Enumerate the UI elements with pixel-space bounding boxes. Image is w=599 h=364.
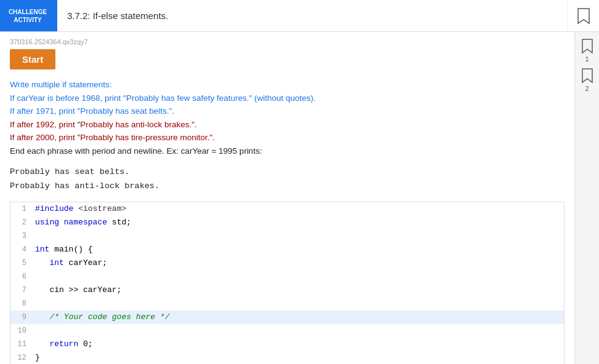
line-num-4: 4 (10, 243, 33, 256)
instruction-line-2: If carYear is before 1968, print "Probab… (10, 92, 565, 105)
challenge-badge: CHALLENGEACTIVITY (0, 0, 55, 31)
line-content-5: int carYear; (33, 256, 110, 270)
line-content-7: cin >> carYear; (33, 283, 124, 297)
badge-text: CHALLENGEACTIVITY (9, 8, 47, 24)
sidebar-bookmark-icon-2 (581, 68, 593, 84)
sidebar-item-2[interactable]: 2 (581, 68, 593, 92)
line-num-10: 10 (10, 324, 33, 338)
line-content-9: /* Your code goes here */ (33, 311, 172, 324)
line-content-11: return 0; (33, 338, 95, 351)
bookmark-icon (577, 7, 590, 25)
line-num-6: 6 (10, 270, 33, 283)
line-num-1: 1 (10, 202, 33, 216)
line-num-11: 11 (10, 338, 33, 351)
instructions: Write multiple if statements: If carYear… (10, 78, 565, 158)
instruction-line-1: Write multiple if statements: (10, 78, 565, 92)
code-line-6: 6 (10, 270, 564, 283)
code-line-7: 7 cin >> carYear; (10, 283, 564, 297)
header: CHALLENGEACTIVITY 3.7.2: If-else stateme… (0, 0, 599, 32)
instruction-line-4: If after 1992, print "Probably has anti-… (10, 118, 565, 132)
activity-title: 3.7.2: If-else statements. (67, 10, 168, 21)
content-area: 370316.2524364.qx3zqy7 Start Write multi… (0, 32, 574, 364)
line-content-1: #include <iostream> (33, 202, 129, 216)
code-line-5: 5 int carYear; (10, 256, 564, 270)
code-line-2: 2 using namespace std; (10, 216, 564, 229)
code-line-11: 11 return 0; (10, 338, 564, 351)
code-line-8: 8 (10, 297, 564, 311)
output-line-1: Probably has seat belts. (10, 165, 565, 180)
output-line-2: Probably has anti-lock brakes. (10, 180, 565, 194)
activity-id: 370316.2524364.qx3zqy7 (10, 38, 565, 46)
instruction-line-5: If after 2000, print "Probably has tire-… (10, 131, 565, 144)
header-bookmark-area[interactable] (567, 0, 599, 31)
line-num-2: 2 (10, 216, 33, 229)
line-num-8: 8 (10, 297, 33, 311)
line-content-2: using namespace std; (33, 216, 134, 229)
line-num-3: 3 (10, 229, 33, 243)
line-num-5: 5 (10, 256, 33, 270)
header-title: 3.7.2: If-else statements. (55, 0, 567, 31)
sidebar-bookmark-icon-1 (581, 38, 593, 54)
code-line-9: 9 /* Your code goes here */ (10, 311, 564, 324)
line-num-9: 9 (10, 311, 33, 324)
right-sidebar: 1 2 (574, 32, 599, 364)
code-editor[interactable]: 1 #include <iostream> 2 using namespace … (10, 202, 565, 364)
start-button[interactable]: Start (10, 49, 55, 69)
code-line-12: 12 } (10, 351, 564, 364)
line-num-12: 12 (10, 351, 33, 364)
line-content-12: } (33, 351, 42, 364)
instruction-line-3: If after 1971, print "Probably has seat … (10, 105, 565, 118)
line-num-7: 7 (10, 283, 33, 297)
instruction-line-6: End each phrase with period and newline.… (10, 144, 565, 158)
output-area: Probably has seat belts. Probably has an… (10, 165, 565, 194)
sidebar-number-1: 1 (585, 55, 589, 63)
line-content-4: int main() { (33, 243, 95, 256)
code-line-4: 4 int main() { (10, 243, 564, 256)
sidebar-number-2: 2 (585, 85, 589, 92)
code-line-3: 3 (10, 229, 564, 243)
main-container: 370316.2524364.qx3zqy7 Start Write multi… (0, 32, 599, 364)
code-line-1: 1 #include <iostream> (10, 202, 564, 216)
sidebar-item-1[interactable]: 1 (581, 38, 593, 63)
code-line-10: 10 (10, 324, 564, 338)
